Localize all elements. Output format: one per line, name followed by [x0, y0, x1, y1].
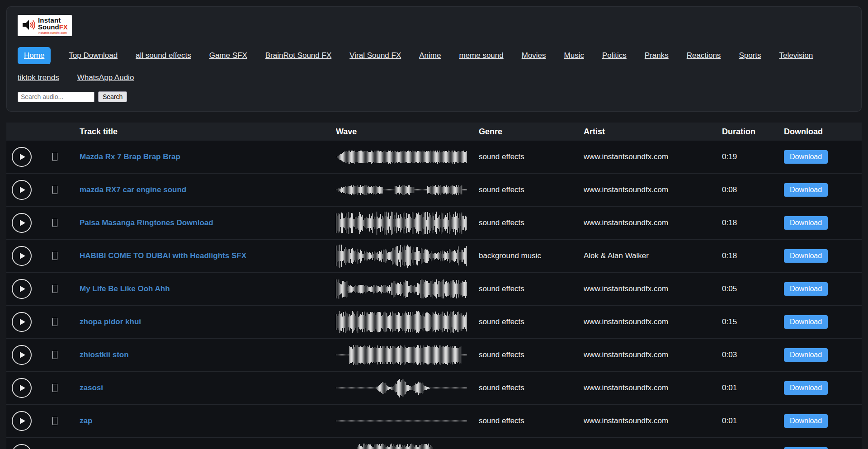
track-row: My Life Be Like Ooh Ahh sound effects ww…	[6, 273, 862, 306]
download-button[interactable]: Download	[784, 150, 828, 164]
missing-glyph-icon	[52, 285, 57, 293]
download-button[interactable]: Download	[784, 183, 828, 197]
track-genre: sound effects	[479, 218, 584, 227]
nav-link-game-sfx[interactable]: Game SFX	[209, 51, 247, 60]
download-button[interactable]: Download	[784, 414, 828, 428]
site-logo[interactable]: Instant SoundFX instantsoundfx.com	[18, 15, 72, 36]
play-icon	[19, 417, 26, 425]
track-title-link[interactable]: zhopa pidor khui	[80, 317, 141, 326]
download-button[interactable]: Download	[784, 447, 828, 449]
track-artist: www.instantsoundfx.com	[584, 185, 722, 194]
track-duration: 0:19	[722, 152, 784, 161]
search-button[interactable]: Search	[98, 91, 127, 102]
waveform	[336, 178, 479, 202]
waveform	[336, 211, 479, 235]
download-button[interactable]: Download	[784, 381, 828, 395]
waveform	[336, 145, 479, 169]
nav-link-brainrot-sound-fx[interactable]: BrainRot Sound FX	[265, 51, 331, 60]
missing-glyph-icon	[52, 153, 57, 161]
download-button[interactable]: Download	[784, 315, 828, 329]
track-artist: www.instantsoundfx.com	[584, 284, 722, 293]
track-title-link[interactable]: zhiostkii ston	[80, 350, 129, 359]
page: Instant SoundFX instantsoundfx.com HomeT…	[0, 0, 868, 449]
nav-link-pranks[interactable]: Pranks	[645, 51, 669, 60]
track-row: zhiostkii ston sound effects www.instant…	[6, 339, 862, 372]
nav-link-whatsapp-audio[interactable]: WhatsApp Audio	[77, 73, 134, 82]
site-header: Instant SoundFX instantsoundfx.com HomeT…	[6, 6, 862, 112]
waveform	[336, 376, 479, 400]
waveform	[336, 277, 479, 301]
track-duration: 0:01	[722, 383, 784, 392]
nav-link-viral-sound-fx[interactable]: Viral Sound FX	[349, 51, 401, 60]
play-button[interactable]	[12, 246, 32, 266]
nav-link-anime[interactable]: Anime	[419, 51, 441, 60]
track-row: zasosi sound effects www.instantsoundfx.…	[6, 372, 862, 405]
missing-glyph-icon	[52, 351, 57, 359]
nav-link-television[interactable]: Television	[779, 51, 813, 60]
play-button[interactable]	[12, 345, 32, 365]
play-button[interactable]	[12, 147, 32, 167]
nav-link-reactions[interactable]: Reactions	[687, 51, 721, 60]
play-button[interactable]	[12, 213, 32, 233]
nav-link-movies[interactable]: Movies	[522, 51, 546, 60]
play-icon	[19, 153, 26, 161]
track-title-link[interactable]: mazda RX7 car engine sound	[80, 185, 186, 194]
track-genre: background music	[479, 251, 584, 260]
nav-link-tiktok-trends[interactable]: tiktok trends	[18, 73, 59, 82]
play-button[interactable]	[12, 180, 32, 200]
nav-link-sports[interactable]: Sports	[739, 51, 761, 60]
track-duration: 0:18	[722, 251, 784, 260]
search-input[interactable]	[18, 92, 94, 102]
missing-glyph-icon	[52, 384, 57, 392]
track-genre: sound effects	[479, 317, 584, 326]
missing-glyph-icon	[52, 186, 57, 194]
track-duration: 0:01	[722, 416, 784, 425]
track-row: HABIBI COME TO DUBAI with Headlights SFX…	[6, 240, 862, 273]
track-artist: Alok & Alan Walker	[584, 251, 722, 260]
track-row: Paisa Masanga Ringtones Download sound e…	[6, 207, 862, 240]
nav-link-meme-sound[interactable]: meme sound	[459, 51, 503, 60]
search-form: Search	[18, 91, 850, 102]
track-duration: 0:18	[722, 218, 784, 227]
track-row: zap sound effects www.instantsoundfx.com…	[6, 405, 862, 438]
table-body: Mazda Rx 7 Brap Brap Brap sound effects …	[6, 141, 862, 449]
col-track-title: Track title	[72, 127, 336, 137]
track-row: mazda RX7 car engine sound sound effects…	[6, 174, 862, 207]
download-button[interactable]: Download	[784, 249, 828, 263]
waveform	[336, 310, 479, 334]
track-title-link[interactable]: My Life Be Like Ooh Ahh	[80, 284, 170, 293]
nav-link-politics[interactable]: Politics	[602, 51, 627, 60]
track-title-link[interactable]: zasosi	[80, 383, 103, 392]
nav-link-music[interactable]: Music	[564, 51, 584, 60]
waveform	[336, 409, 479, 433]
logo-text: Instant SoundFX instantsoundfx.com	[38, 17, 68, 34]
track-duration: 0:15	[722, 317, 784, 326]
track-genre: sound effects	[479, 383, 584, 392]
play-button[interactable]	[12, 411, 32, 431]
download-button[interactable]: Download	[784, 216, 828, 230]
track-title-link[interactable]: Mazda Rx 7 Brap Brap Brap	[80, 152, 180, 161]
play-button[interactable]	[12, 378, 32, 398]
track-genre: sound effects	[479, 152, 584, 161]
track-artist: www.instantsoundfx.com	[584, 218, 722, 227]
nav-link-top-download[interactable]: Top Download	[69, 51, 118, 60]
play-button[interactable]	[12, 444, 32, 449]
track-duration: 0:05	[722, 284, 784, 293]
play-icon	[19, 351, 26, 359]
track-artist: www.instantsoundfx.com	[584, 152, 722, 161]
track-artist: www.instantsoundfx.com	[584, 317, 722, 326]
col-artist: Artist	[584, 127, 722, 137]
nav-link-all-sound-effects[interactable]: all sound effects	[136, 51, 191, 60]
track-title-link[interactable]: HABIBI COME TO DUBAI with Headlights SFX	[80, 251, 246, 260]
track-genre: sound effects	[479, 350, 584, 359]
download-button[interactable]: Download	[784, 282, 828, 296]
nav-link-home[interactable]: Home	[18, 47, 51, 64]
track-title-link[interactable]: Paisa Masanga Ringtones Download	[80, 218, 213, 227]
track-title-link[interactable]: zap	[80, 416, 92, 425]
track-genre: sound effects	[479, 185, 584, 194]
track-genre: sound effects	[479, 416, 584, 425]
waveform	[336, 343, 479, 367]
play-button[interactable]	[12, 279, 32, 299]
play-button[interactable]	[12, 312, 32, 332]
download-button[interactable]: Download	[784, 348, 828, 362]
